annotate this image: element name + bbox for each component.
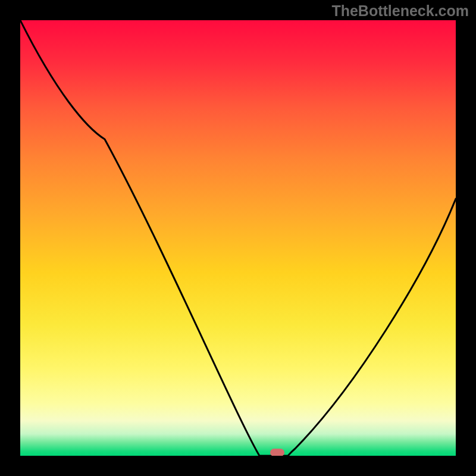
- watermark: TheBottleneck.com: [331, 2, 469, 20]
- chart-container: TheBottleneck.com: [0, 0, 476, 476]
- bottleneck-curve: [20, 20, 456, 456]
- plot-area: [20, 20, 456, 456]
- optimum-marker: [270, 449, 284, 456]
